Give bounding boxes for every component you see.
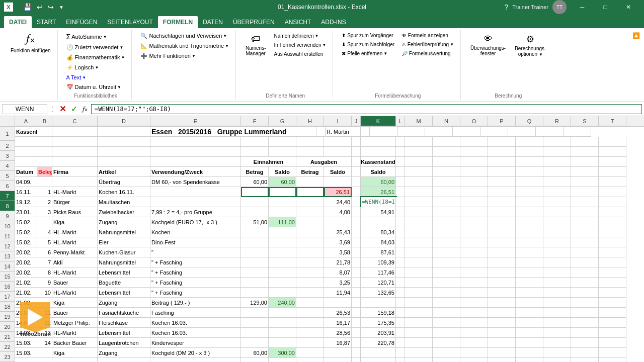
- cell-T9[interactable]: [599, 207, 626, 217]
- cell-J13[interactable]: [352, 247, 361, 257]
- cell-F3[interactable]: [241, 147, 269, 157]
- cell-M22[interactable]: [405, 338, 433, 348]
- cell-T16[interactable]: [599, 278, 626, 288]
- col-header-Q[interactable]: Q: [516, 116, 543, 126]
- cell-R10[interactable]: [543, 217, 571, 227]
- cell-Q16[interactable]: [516, 278, 543, 288]
- cell-O15[interactable]: [460, 267, 488, 278]
- cell-A17[interactable]: 21.02.: [15, 288, 37, 298]
- cell-M23[interactable]: [405, 348, 433, 358]
- cell-H12[interactable]: [296, 237, 324, 247]
- cell-Q11[interactable]: [516, 227, 543, 237]
- cell-P4[interactable]: [488, 157, 516, 167]
- cell-G17[interactable]: [269, 288, 296, 298]
- cell-C18[interactable]: Kiga: [52, 298, 98, 308]
- cell-Q22[interactable]: [516, 338, 543, 348]
- row-num-4[interactable]: 4: [0, 161, 15, 171]
- cell-H20[interactable]: [296, 318, 324, 328]
- row-num-11[interactable]: 11: [0, 231, 15, 241]
- cell-I17[interactable]: 11,94: [324, 288, 352, 298]
- cell-T21[interactable]: [599, 328, 626, 338]
- cell-O4[interactable]: [460, 157, 488, 167]
- cell-R4[interactable]: [543, 157, 571, 167]
- cell-R1[interactable]: [508, 127, 536, 137]
- cell-M9[interactable]: [405, 207, 433, 217]
- cell-P13[interactable]: [488, 247, 516, 257]
- cell-H24[interactable]: [296, 358, 324, 362]
- cell-P20[interactable]: [488, 318, 516, 328]
- cell-S9[interactable]: [571, 207, 599, 217]
- cell-F5[interactable]: Betrag: [241, 167, 269, 177]
- col-header-S[interactable]: S: [571, 116, 599, 126]
- cell-F7[interactable]: [241, 187, 269, 197]
- save-button[interactable]: 💾: [21, 2, 34, 12]
- cell-D11[interactable]: Nahrungsmittel: [98, 227, 150, 237]
- cell-P12[interactable]: [488, 237, 516, 247]
- cell-O6[interactable]: [460, 177, 488, 187]
- cell-A2[interactable]: [15, 137, 37, 147]
- cell-C4[interactable]: [52, 157, 98, 167]
- cell-O10[interactable]: [460, 217, 488, 227]
- cell-E6[interactable]: DM 60,- von Spendenkasse: [150, 177, 241, 187]
- cell-S16[interactable]: [571, 278, 599, 288]
- cell-N22[interactable]: [433, 338, 460, 348]
- cell-H23[interactable]: [296, 348, 324, 358]
- cell-K1[interactable]: R. Martin: [326, 127, 361, 137]
- cell-D23[interactable]: Zugang: [98, 348, 150, 358]
- cell-T15[interactable]: [599, 267, 626, 278]
- cell-Q3[interactable]: [516, 147, 543, 157]
- cell-E21[interactable]: Kochen 16.03.: [150, 328, 241, 338]
- cell-I22[interactable]: 16,87: [324, 338, 352, 348]
- cell-P23[interactable]: [488, 348, 516, 358]
- names-manager-button[interactable]: 🏷 Namens-Manager: [242, 31, 270, 59]
- cell-R14[interactable]: [543, 257, 571, 267]
- cell-J9[interactable]: [352, 207, 361, 217]
- cell-M4[interactable]: [405, 157, 433, 167]
- datetime-button[interactable]: 📅 Datum u. Uhrzeit ▼: [64, 82, 124, 92]
- cell-E15[interactable]: " + Fasching: [150, 267, 241, 278]
- cell-N15[interactable]: [433, 267, 460, 278]
- cell-J16[interactable]: [352, 278, 361, 288]
- cell-D12[interactable]: Eier: [98, 237, 150, 247]
- cell-L22[interactable]: [396, 338, 405, 348]
- cell-F23[interactable]: 60,00: [241, 348, 269, 358]
- undo-button[interactable]: ↩: [35, 2, 45, 12]
- cell-B5[interactable]: Beleg: [37, 167, 52, 177]
- cell-T12[interactable]: [599, 237, 626, 247]
- col-header-D[interactable]: D: [98, 116, 150, 126]
- cell-K12[interactable]: 84,03: [361, 237, 396, 247]
- cell-E24[interactable]: [150, 358, 241, 362]
- cell-C9[interactable]: Picks Raus: [52, 207, 98, 217]
- cell-J12[interactable]: [352, 237, 361, 247]
- cell-R18[interactable]: [543, 298, 571, 308]
- cell-O20[interactable]: [460, 318, 488, 328]
- cell-H8[interactable]: [296, 197, 324, 207]
- cell-A5[interactable]: Datum: [15, 167, 37, 177]
- logical-button[interactable]: ⚡ Logisch ▼: [64, 63, 102, 72]
- cell-T5[interactable]: [599, 167, 626, 177]
- cell-J24[interactable]: [352, 358, 361, 362]
- cell-K8[interactable]: =WENN(I8=I7;"";G8-I8): [361, 197, 396, 207]
- cell-J17[interactable]: [352, 288, 361, 298]
- cell-O14[interactable]: [460, 257, 488, 267]
- cell-T10[interactable]: [599, 217, 626, 227]
- cell-B14[interactable]: 7: [37, 257, 52, 267]
- cell-P6[interactable]: [488, 177, 516, 187]
- cancel-formula-button[interactable]: ✕: [58, 104, 67, 114]
- cell-I16[interactable]: 3,25: [324, 278, 352, 288]
- cell-Q4[interactable]: [516, 157, 543, 167]
- cell-F18[interactable]: 129,00: [241, 298, 269, 308]
- cell-D15[interactable]: Lebensmittel: [98, 267, 150, 278]
- cell-B10[interactable]: [37, 217, 52, 227]
- cell-N17[interactable]: [433, 288, 460, 298]
- cell-T18[interactable]: [599, 298, 626, 308]
- row-num-1[interactable]: 1: [0, 127, 15, 141]
- cell-Q9[interactable]: [516, 207, 543, 217]
- cell-A7[interactable]: 16.11.: [15, 187, 37, 197]
- cell-Q10[interactable]: [516, 217, 543, 227]
- cell-G9[interactable]: [269, 207, 296, 217]
- cell-S22[interactable]: [571, 338, 599, 348]
- cell-D13[interactable]: Kuchen-Glasur: [98, 247, 150, 257]
- cell-K21[interactable]: 203,91: [361, 328, 396, 338]
- cell-F11[interactable]: [241, 227, 269, 237]
